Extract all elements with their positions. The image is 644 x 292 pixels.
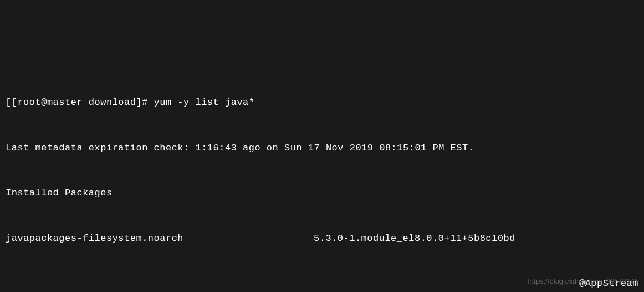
metadata-line: Last metadata expiration check: 1:16:43 … (6, 140, 638, 155)
terminal-output: [[root@master download]# yum -y list jav… (6, 65, 638, 292)
installed-package-row: javapackages-filesystem.noarch 5.3.0-1.m… (6, 231, 638, 246)
command-text: yum -y list java* (148, 95, 255, 110)
command-prompt-line: [[root@master download]# yum -y list jav… (6, 95, 638, 110)
package-version: 5.3.0-1.module_el8.0.0+11+5b8c10bd (314, 231, 546, 246)
package-name: javapackages-filesystem.noarch (6, 231, 288, 246)
prompt-user-host: [root@master download]# (12, 95, 148, 110)
watermark-text: https://blog.csdn.net/qq_33570145 (528, 276, 639, 288)
package-repo (572, 231, 638, 246)
bracket-open: [ (6, 95, 12, 110)
installed-packages-header: Installed Packages (6, 185, 638, 200)
